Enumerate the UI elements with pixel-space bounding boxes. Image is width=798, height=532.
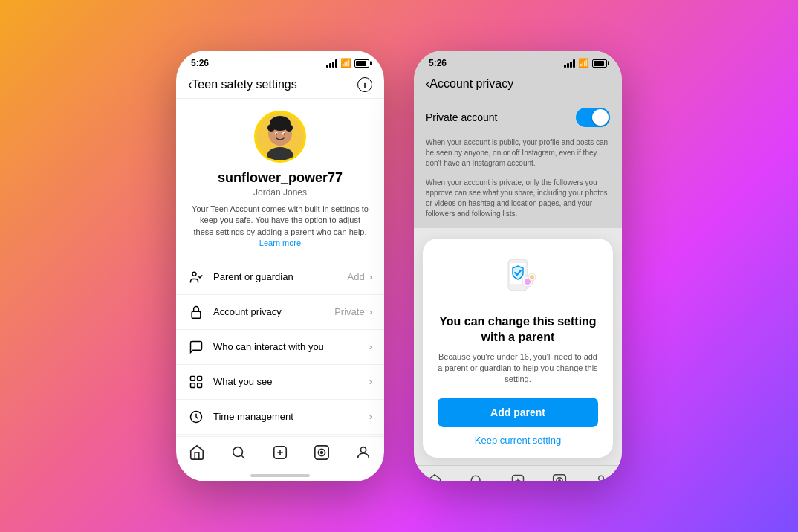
menu-value-parent: Add	[348, 271, 365, 282]
menu-value-privacy: Private	[334, 306, 364, 317]
time-1: 5:26	[191, 58, 209, 68]
modal-description: Because you're under 16, you'll need to …	[438, 351, 598, 386]
menu-label-time: Time management	[213, 411, 369, 422]
avatar	[254, 111, 306, 163]
svg-rect-13	[198, 376, 202, 380]
avatar-svg	[256, 113, 304, 160]
profile-section: sunflower_power77 Jordan Jones Your Teen…	[176, 99, 384, 257]
signal-icon-2	[564, 59, 575, 68]
modal-svg	[492, 253, 544, 305]
svg-point-8	[276, 133, 277, 134]
chevron-interact: ›	[369, 341, 372, 352]
nav-create-2[interactable]	[510, 473, 525, 481]
add-parent-button[interactable]: Add parent	[438, 398, 598, 427]
wifi-icon-2: 📶	[578, 58, 589, 68]
chevron-parent: ›	[369, 271, 372, 282]
svg-point-31	[471, 476, 480, 481]
svg-point-17	[233, 447, 243, 457]
parent-icon	[188, 269, 204, 285]
nav-home-2[interactable]	[427, 473, 442, 481]
privacy-label: Private account	[426, 111, 576, 123]
menu-item-interact[interactable]: Who can interact with you ›	[176, 330, 384, 365]
signal-icon	[326, 59, 337, 68]
fullname: Jordan Jones	[253, 187, 307, 198]
svg-point-24	[360, 447, 366, 452]
phone-1: 5:26 📶 ‹ Teen safety settings i	[176, 51, 384, 481]
info-button-1[interactable]: i	[357, 77, 372, 92]
menu-item-privacy[interactable]: Account privacy Private ›	[176, 295, 384, 330]
status-bar-2: 5:26 📶	[414, 51, 622, 71]
menu-item-see[interactable]: What you see ›	[176, 365, 384, 400]
private-account-toggle[interactable]	[576, 108, 610, 127]
svg-point-5	[285, 124, 293, 132]
lock-icon	[188, 304, 204, 320]
modal-card: You can change this setting with a paren…	[423, 239, 613, 458]
wifi-icon: 📶	[340, 58, 351, 68]
menu-list: Parent or guardian Add › Account privacy…	[176, 257, 384, 436]
svg-point-4	[267, 124, 275, 132]
nav-title-2: Account privacy	[429, 77, 513, 91]
username: sunflower_power77	[218, 170, 343, 186]
menu-label-see: What you see	[213, 376, 369, 387]
menu-item-time[interactable]: Time management ›	[176, 400, 384, 435]
svg-point-37	[559, 480, 561, 481]
modal-illustration	[492, 253, 544, 305]
clock-icon	[188, 409, 204, 425]
chevron-time: ›	[369, 411, 372, 422]
privacy-desc-public: When your account is public, your profil…	[414, 137, 622, 178]
svg-rect-15	[198, 383, 202, 387]
keep-setting-button[interactable]: Keep current setting	[475, 435, 561, 446]
nav-create[interactable]	[272, 444, 288, 461]
svg-point-23	[321, 452, 323, 454]
phone-2: 5:26 📶 ‹ Account privacy Private account…	[414, 51, 622, 481]
status-icons-2: 📶	[564, 58, 607, 68]
nav-search-2[interactable]	[469, 473, 484, 481]
message-icon	[188, 339, 204, 355]
svg-point-9	[283, 133, 285, 134]
svg-point-30	[530, 275, 534, 279]
svg-rect-11	[192, 311, 201, 318]
nav-title-1: Teen safety settings	[192, 78, 296, 91]
menu-label-parent: Parent or guardian	[213, 271, 348, 282]
modal-title: You can change this setting with a paren…	[438, 314, 598, 346]
svg-rect-14	[191, 383, 195, 387]
time-2: 5:26	[429, 58, 447, 68]
chevron-see: ›	[369, 376, 372, 387]
learn-more-link[interactable]: Learn more	[259, 239, 301, 247]
chevron-privacy: ›	[369, 306, 372, 317]
battery-icon	[354, 59, 369, 68]
nav-home[interactable]	[189, 444, 205, 461]
menu-label-interact: Who can interact with you	[213, 341, 369, 352]
bottom-nav-2	[414, 465, 622, 481]
grid-icon	[188, 374, 204, 390]
privacy-desc-private: When your account is private, only the f…	[414, 178, 622, 228]
bottom-nav-1	[176, 436, 384, 471]
nav-reels[interactable]	[314, 444, 330, 461]
battery-icon-2	[592, 59, 607, 68]
profile-description: Your Teen Account comes with built-in se…	[191, 204, 369, 250]
svg-point-38	[599, 476, 604, 481]
phone-1-content: sunflower_power77 Jordan Jones Your Teen…	[176, 99, 384, 436]
privacy-section: Private account When your account is pub…	[414, 97, 622, 228]
home-indicator-1	[176, 471, 384, 481]
nav-bar-1: ‹ Teen safety settings i	[176, 71, 384, 99]
svg-point-10	[192, 272, 196, 276]
nav-profile-2[interactable]	[594, 473, 609, 481]
nav-profile[interactable]	[355, 444, 372, 461]
svg-rect-12	[191, 376, 195, 380]
menu-item-parent[interactable]: Parent or guardian Add ›	[176, 260, 384, 295]
privacy-row: Private account	[414, 97, 622, 137]
menu-label-privacy: Account privacy	[213, 306, 334, 317]
nav-reels-2[interactable]	[552, 473, 567, 481]
nav-bar-2: ‹ Account privacy	[414, 71, 622, 97]
nav-search[interactable]	[230, 444, 247, 461]
status-bar-1: 5:26 📶	[176, 51, 384, 71]
status-icons-1: 📶	[326, 58, 369, 68]
